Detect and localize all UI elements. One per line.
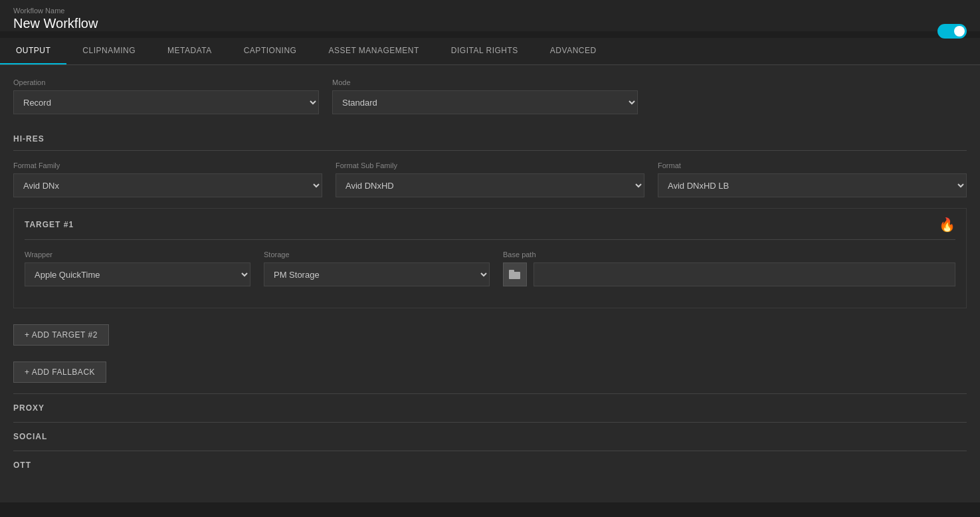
- base-path-label: Base path: [503, 251, 955, 258]
- format-sub-family-select[interactable]: Avid DNxHD Avid DNxHR: [336, 173, 644, 197]
- workflow-name-label: Workflow Name: [13, 7, 967, 15]
- workflow-title: New Workflow: [13, 16, 967, 31]
- format-label: Format: [658, 161, 967, 169]
- tab-metadata[interactable]: METADATA: [151, 38, 228, 64]
- base-path-input[interactable]: [534, 262, 955, 286]
- operation-select[interactable]: Record Transcode Package: [13, 90, 319, 114]
- tab-digital-rights[interactable]: DIGITAL RIGHTS: [435, 38, 534, 64]
- add-fallback-button[interactable]: + ADD FALLBACK: [13, 362, 106, 383]
- operation-label: Operation: [13, 78, 319, 86]
- format-sub-family-label: Format Sub Family: [336, 161, 644, 169]
- tabs-nav: OUTPUT CLIPNAMING METADATA CAPTIONING AS…: [0, 38, 980, 65]
- storage-select[interactable]: PM Storage Local S3: [264, 262, 490, 286]
- tab-advanced[interactable]: ADVANCED: [534, 38, 613, 64]
- hi-res-header: HI-RES: [13, 128, 967, 151]
- add-target2-button[interactable]: + ADD TARGET #2: [13, 324, 109, 346]
- format-family-label: Format Family: [13, 161, 322, 169]
- format-select[interactable]: Avid DNxHD LB Avid DNxHD SQ Avid DNxHD H…: [658, 173, 967, 197]
- tab-captioning[interactable]: CAPTIONING: [228, 38, 313, 64]
- mode-label: Mode: [332, 78, 638, 86]
- wrapper-label: Wrapper: [25, 251, 250, 258]
- tab-asset-management[interactable]: ASSET MANAGEMENT: [312, 38, 435, 64]
- svg-rect-1: [509, 270, 514, 273]
- mode-select[interactable]: Standard Advanced: [332, 90, 638, 114]
- ott-section-header[interactable]: OTT: [13, 451, 967, 479]
- proxy-section-header[interactable]: PROXY: [13, 393, 967, 422]
- target1-title: TARGET #1: [25, 220, 74, 229]
- workflow-toggle[interactable]: [937, 24, 967, 39]
- social-section-header[interactable]: SOCIAL: [13, 422, 967, 451]
- tab-clipnaming[interactable]: CLIPNAMING: [66, 38, 151, 64]
- folder-icon: [509, 270, 521, 279]
- tab-output[interactable]: OUTPUT: [0, 38, 66, 64]
- fire-icon[interactable]: 🔥: [939, 217, 955, 233]
- folder-browse-button[interactable]: [503, 262, 527, 286]
- storage-label: Storage: [264, 251, 490, 258]
- wrapper-select[interactable]: Apple QuickTime MXF MP4: [25, 262, 250, 286]
- format-family-select[interactable]: Avid DNx Apple ProRes H.264 XDCAM: [13, 173, 322, 197]
